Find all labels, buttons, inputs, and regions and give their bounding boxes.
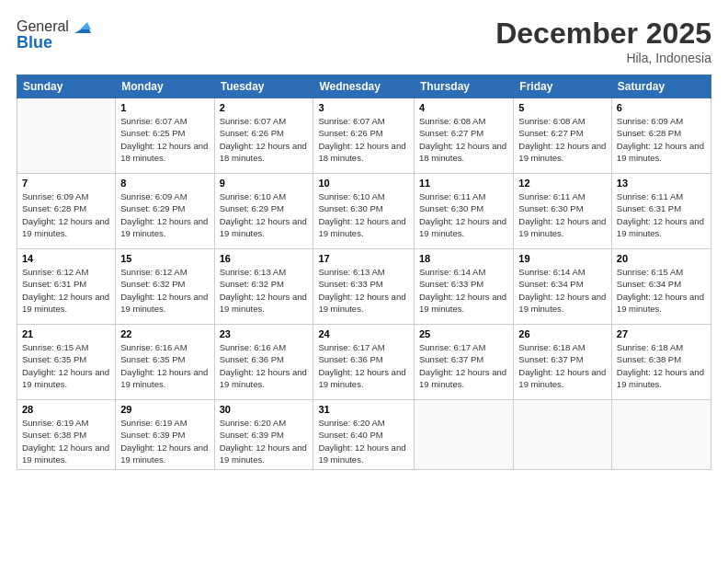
day-info: Sunrise: 6:17 AMSunset: 6:36 PMDaylight:… (318, 341, 409, 390)
day-number: 20 (617, 253, 706, 264)
table-row: 28 Sunrise: 6:19 AMSunset: 6:38 PMDaylig… (17, 400, 116, 470)
day-info: Sunrise: 6:07 AMSunset: 6:26 PMDaylight:… (318, 115, 409, 164)
table-row: 22 Sunrise: 6:16 AMSunset: 6:35 PMDaylig… (116, 325, 214, 400)
day-number: 1 (120, 102, 209, 113)
table-row: 10 Sunrise: 6:10 AMSunset: 6:30 PMDaylig… (313, 174, 415, 249)
day-info: Sunrise: 6:15 AMSunset: 6:35 PMDaylight:… (22, 341, 110, 390)
day-number: 18 (419, 253, 508, 264)
day-number: 15 (120, 253, 209, 264)
day-number: 29 (120, 404, 209, 415)
table-row: 12 Sunrise: 6:11 AMSunset: 6:30 PMDaylig… (514, 174, 612, 249)
col-saturday: Saturday (611, 75, 711, 98)
day-number: 10 (318, 178, 409, 189)
day-number: 4 (419, 102, 508, 113)
day-info: Sunrise: 6:12 AMSunset: 6:31 PMDaylight:… (22, 266, 110, 315)
day-info: Sunrise: 6:13 AMSunset: 6:33 PMDaylight:… (318, 266, 409, 315)
day-number: 23 (220, 328, 309, 339)
col-tuesday: Tuesday (214, 75, 313, 98)
table-row: 13 Sunrise: 6:11 AMSunset: 6:31 PMDaylig… (611, 174, 711, 249)
table-row: 20 Sunrise: 6:15 AMSunset: 6:34 PMDaylig… (611, 249, 711, 325)
day-info: Sunrise: 6:20 AMSunset: 6:40 PMDaylight:… (318, 417, 409, 465)
table-row: 14 Sunrise: 6:12 AMSunset: 6:31 PMDaylig… (17, 249, 116, 325)
table-row: 5 Sunrise: 6:08 AMSunset: 6:27 PMDayligh… (514, 98, 612, 174)
col-sunday: Sunday (17, 75, 116, 98)
day-info: Sunrise: 6:14 AMSunset: 6:34 PMDaylight:… (518, 266, 607, 315)
day-info: Sunrise: 6:10 AMSunset: 6:30 PMDaylight:… (318, 190, 409, 239)
day-number: 12 (518, 178, 607, 189)
table-row: 4 Sunrise: 6:08 AMSunset: 6:27 PMDayligh… (415, 98, 514, 174)
day-info: Sunrise: 6:16 AMSunset: 6:36 PMDaylight:… (220, 341, 309, 390)
table-row: 27 Sunrise: 6:18 AMSunset: 6:38 PMDaylig… (611, 325, 711, 400)
table-row: 8 Sunrise: 6:09 AMSunset: 6:29 PMDayligh… (116, 174, 214, 249)
svg-marker-1 (80, 22, 91, 29)
calendar-week-row: 1 Sunrise: 6:07 AMSunset: 6:25 PMDayligh… (17, 98, 711, 174)
table-row: 17 Sunrise: 6:13 AMSunset: 6:33 PMDaylig… (313, 249, 415, 325)
day-number: 13 (617, 178, 706, 189)
day-number: 25 (419, 328, 508, 339)
day-number: 28 (22, 404, 110, 415)
day-number: 7 (22, 178, 110, 189)
month-title: December 2025 (495, 17, 711, 51)
day-info: Sunrise: 6:11 AMSunset: 6:30 PMDaylight:… (518, 190, 607, 239)
day-info: Sunrise: 6:17 AMSunset: 6:37 PMDaylight:… (419, 341, 508, 390)
day-info: Sunrise: 6:07 AMSunset: 6:26 PMDaylight:… (220, 115, 309, 164)
calendar-week-row: 7 Sunrise: 6:09 AMSunset: 6:28 PMDayligh… (17, 174, 711, 249)
day-info: Sunrise: 6:19 AMSunset: 6:38 PMDaylight:… (22, 417, 110, 465)
day-info: Sunrise: 6:14 AMSunset: 6:33 PMDaylight:… (419, 266, 508, 315)
col-thursday: Thursday (415, 75, 514, 98)
table-row: 29 Sunrise: 6:19 AMSunset: 6:39 PMDaylig… (116, 400, 214, 470)
day-info: Sunrise: 6:08 AMSunset: 6:27 PMDaylight:… (419, 115, 508, 164)
day-number: 30 (220, 404, 309, 415)
calendar-week-row: 28 Sunrise: 6:19 AMSunset: 6:38 PMDaylig… (17, 400, 711, 470)
day-number: 27 (617, 328, 706, 339)
calendar-header-row: Sunday Monday Tuesday Wednesday Thursday… (17, 75, 711, 98)
table-row: 18 Sunrise: 6:14 AMSunset: 6:33 PMDaylig… (415, 249, 514, 325)
day-number: 19 (518, 253, 607, 264)
table-row: 7 Sunrise: 6:09 AMSunset: 6:28 PMDayligh… (17, 174, 116, 249)
logo: General Blue (17, 17, 91, 52)
day-info: Sunrise: 6:11 AMSunset: 6:31 PMDaylight:… (617, 190, 706, 239)
table-row (611, 400, 711, 470)
table-row: 15 Sunrise: 6:12 AMSunset: 6:32 PMDaylig… (116, 249, 214, 325)
day-info: Sunrise: 6:13 AMSunset: 6:32 PMDaylight:… (220, 266, 309, 315)
col-wednesday: Wednesday (313, 75, 415, 98)
day-number: 17 (318, 253, 409, 264)
col-friday: Friday (514, 75, 612, 98)
day-info: Sunrise: 6:15 AMSunset: 6:34 PMDaylight:… (617, 266, 706, 315)
day-info: Sunrise: 6:19 AMSunset: 6:39 PMDaylight:… (120, 417, 209, 465)
day-number: 22 (120, 328, 209, 339)
table-row: 19 Sunrise: 6:14 AMSunset: 6:34 PMDaylig… (514, 249, 612, 325)
table-row: 6 Sunrise: 6:09 AMSunset: 6:28 PMDayligh… (611, 98, 711, 174)
location: Hila, Indonesia (495, 51, 711, 65)
header: General Blue December 2025 Hila, Indones… (17, 17, 711, 65)
table-row: 25 Sunrise: 6:17 AMSunset: 6:37 PMDaylig… (415, 325, 514, 400)
title-block: December 2025 Hila, Indonesia (495, 17, 711, 65)
day-number: 31 (318, 404, 409, 415)
page: General Blue December 2025 Hila, Indones… (0, 0, 728, 563)
day-info: Sunrise: 6:11 AMSunset: 6:30 PMDaylight:… (419, 190, 508, 239)
table-row: 31 Sunrise: 6:20 AMSunset: 6:40 PMDaylig… (313, 400, 415, 470)
day-number: 16 (220, 253, 309, 264)
table-row (415, 400, 514, 470)
day-info: Sunrise: 6:12 AMSunset: 6:32 PMDaylight:… (120, 266, 209, 315)
table-row: 9 Sunrise: 6:10 AMSunset: 6:29 PMDayligh… (214, 174, 313, 249)
day-number: 5 (518, 102, 607, 113)
table-row: 21 Sunrise: 6:15 AMSunset: 6:35 PMDaylig… (17, 325, 116, 400)
table-row (514, 400, 612, 470)
day-info: Sunrise: 6:09 AMSunset: 6:28 PMDaylight:… (617, 115, 706, 164)
table-row: 3 Sunrise: 6:07 AMSunset: 6:26 PMDayligh… (313, 98, 415, 174)
table-row: 23 Sunrise: 6:16 AMSunset: 6:36 PMDaylig… (214, 325, 313, 400)
day-number: 6 (617, 102, 706, 113)
table-row: 24 Sunrise: 6:17 AMSunset: 6:36 PMDaylig… (313, 325, 415, 400)
day-info: Sunrise: 6:18 AMSunset: 6:38 PMDaylight:… (617, 341, 706, 390)
day-info: Sunrise: 6:07 AMSunset: 6:25 PMDaylight:… (120, 115, 209, 164)
table-row: 1 Sunrise: 6:07 AMSunset: 6:25 PMDayligh… (116, 98, 214, 174)
table-row: 11 Sunrise: 6:11 AMSunset: 6:30 PMDaylig… (415, 174, 514, 249)
calendar-week-row: 21 Sunrise: 6:15 AMSunset: 6:35 PMDaylig… (17, 325, 711, 400)
day-number: 21 (22, 328, 110, 339)
table-row: 2 Sunrise: 6:07 AMSunset: 6:26 PMDayligh… (214, 98, 313, 174)
day-info: Sunrise: 6:10 AMSunset: 6:29 PMDaylight:… (220, 190, 309, 239)
day-info: Sunrise: 6:16 AMSunset: 6:35 PMDaylight:… (120, 341, 209, 390)
table-row: 30 Sunrise: 6:20 AMSunset: 6:39 PMDaylig… (214, 400, 313, 470)
day-number: 2 (220, 102, 309, 113)
